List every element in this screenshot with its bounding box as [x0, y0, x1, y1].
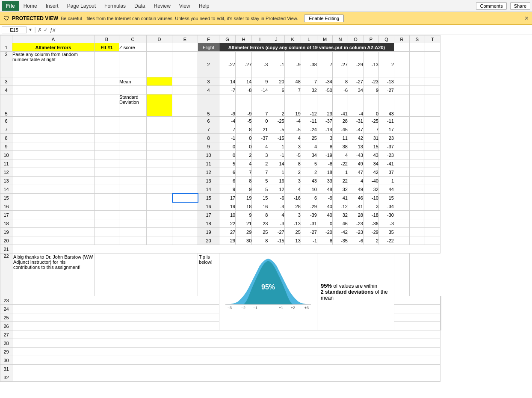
tab-view[interactable]: View [175, 1, 195, 11]
col-header-H[interactable]: H [236, 35, 252, 43]
col-header-T[interactable]: T [425, 35, 440, 43]
cell-M5[interactable]: 23 [317, 94, 333, 117]
tab-home[interactable]: Home [19, 1, 41, 11]
cell-F2[interactable]: 2 [198, 52, 219, 77]
cell-O2[interactable]: -29 [348, 52, 364, 77]
cell-T1[interactable] [425, 43, 440, 52]
col-header-C[interactable]: C [119, 35, 147, 43]
cell-I5[interactable]: 7 [252, 94, 268, 117]
row-num-5[interactable]: 5 [0, 94, 12, 117]
cell-I3[interactable]: 9 [252, 77, 268, 86]
cell-L4[interactable]: 32 [301, 86, 317, 94]
col-header-K[interactable]: K [284, 35, 301, 43]
tab-file[interactable]: File [2, 1, 19, 11]
col-header-L[interactable]: L [301, 35, 317, 43]
cell-T5[interactable] [425, 94, 440, 117]
cell-J3[interactable]: 20 [268, 77, 284, 86]
cell-Q3[interactable]: -13 [379, 77, 394, 86]
cell-J5[interactable]: 2 [268, 94, 284, 117]
cell-R5[interactable] [394, 94, 410, 117]
cell-D3[interactable] [147, 77, 172, 86]
col-header-G[interactable]: G [219, 35, 236, 43]
cell-K2[interactable]: -9 [284, 52, 301, 77]
cell-S3[interactable] [410, 77, 425, 86]
formula-input[interactable] [57, 27, 530, 33]
tab-data[interactable]: Data [130, 1, 149, 11]
cell-H4[interactable]: -8 [236, 86, 252, 94]
row-num-3[interactable]: 3 [0, 77, 12, 86]
name-box[interactable] [2, 27, 27, 33]
name-box-dropdown-icon[interactable]: ▼ [28, 27, 33, 32]
col-header-O[interactable]: O [348, 35, 364, 43]
cell-L2[interactable]: -38 [301, 52, 317, 77]
row-num-4[interactable]: 4 [0, 86, 12, 94]
cell-K3[interactable]: 48 [284, 77, 301, 86]
cell-P4[interactable]: 9 [364, 86, 379, 94]
cell-A3[interactable] [12, 77, 95, 86]
cell-P2[interactable]: -13 [364, 52, 379, 77]
tab-formulas[interactable]: Formulas [100, 1, 130, 11]
cell-Q5[interactable]: 43 [379, 94, 394, 117]
cell-I4[interactable]: -14 [252, 86, 268, 94]
cell-B5[interactable] [95, 94, 119, 117]
cell-F5[interactable]: 5 [198, 94, 219, 117]
cell-P3[interactable]: -23 [364, 77, 379, 86]
cell-G4[interactable]: -7 [219, 86, 236, 94]
cell-E1[interactable] [172, 43, 198, 52]
cell-B3[interactable] [95, 77, 119, 86]
col-header-P[interactable]: P [364, 35, 379, 43]
cell-L5[interactable]: -12 [301, 94, 317, 117]
cell-A4[interactable] [12, 86, 95, 94]
cell-R4[interactable] [394, 86, 410, 94]
cell-C2[interactable] [119, 52, 147, 77]
col-header-A[interactable]: A [12, 35, 95, 43]
cell-K4[interactable]: 7 [284, 86, 301, 94]
cell-S2[interactable] [410, 52, 425, 77]
cell-O4[interactable]: 34 [348, 86, 364, 94]
cell-T2[interactable] [425, 52, 440, 77]
cell-I2[interactable]: -3 [252, 52, 268, 77]
cell-F1[interactable]: Flight [198, 43, 219, 52]
cell-S1[interactable] [410, 43, 425, 52]
cell-M4[interactable]: -50 [317, 86, 333, 94]
cell-N4[interactable]: -6 [333, 86, 348, 94]
col-header-R[interactable]: R [394, 35, 410, 43]
enable-editing-button[interactable]: Enable Editing [304, 15, 344, 22]
comments-button[interactable]: Comments [476, 2, 506, 10]
col-header-M[interactable]: M [317, 35, 333, 43]
cell-P5[interactable]: 0 [364, 94, 379, 117]
cell-N5[interactable]: -41 [333, 94, 348, 117]
col-header-S[interactable]: S [410, 35, 425, 43]
cell-G3[interactable]: 14 [219, 77, 236, 86]
confirm-icon[interactable]: ✓ [44, 27, 48, 33]
cell-F3[interactable]: 3 [198, 77, 219, 86]
cell-Q4[interactable]: -27 [379, 86, 394, 94]
cell-Q2[interactable]: 2 [379, 52, 394, 77]
cell-S5[interactable] [410, 94, 425, 117]
cell-E3[interactable] [172, 77, 198, 86]
tab-insert[interactable]: Insert [41, 1, 63, 11]
cell-T3[interactable] [425, 77, 440, 86]
cell-C4[interactable] [119, 86, 147, 94]
row-num-1[interactable]: 1 [0, 43, 12, 52]
cell-G1[interactable]: Altimeter Errors (copy any column of 19 … [219, 43, 394, 52]
cell-L3[interactable]: 7 [301, 77, 317, 86]
cell-H3[interactable]: 14 [236, 77, 252, 86]
close-icon[interactable]: × [525, 15, 529, 22]
col-header-D[interactable]: D [147, 35, 172, 43]
cell-R3[interactable] [394, 77, 410, 86]
cell-F4[interactable]: 4 [198, 86, 219, 94]
cell-D2[interactable] [147, 52, 172, 77]
cell-G2[interactable]: -27 [219, 52, 236, 77]
cell-O3[interactable]: -27 [348, 77, 364, 86]
cell-C1[interactable]: Z score [119, 43, 147, 52]
cell-C3[interactable]: Mean [119, 77, 147, 86]
cell-E5[interactable] [172, 94, 198, 117]
tab-review[interactable]: Review [149, 1, 174, 11]
cell-N3[interactable]: 8 [333, 77, 348, 86]
cell-T4[interactable] [425, 86, 440, 94]
cancel-icon[interactable]: ✗ [38, 27, 42, 33]
cell-H2[interactable]: -27 [236, 52, 252, 77]
cell-M3[interactable]: -34 [317, 77, 333, 86]
col-header-B[interactable]: B [95, 35, 119, 43]
